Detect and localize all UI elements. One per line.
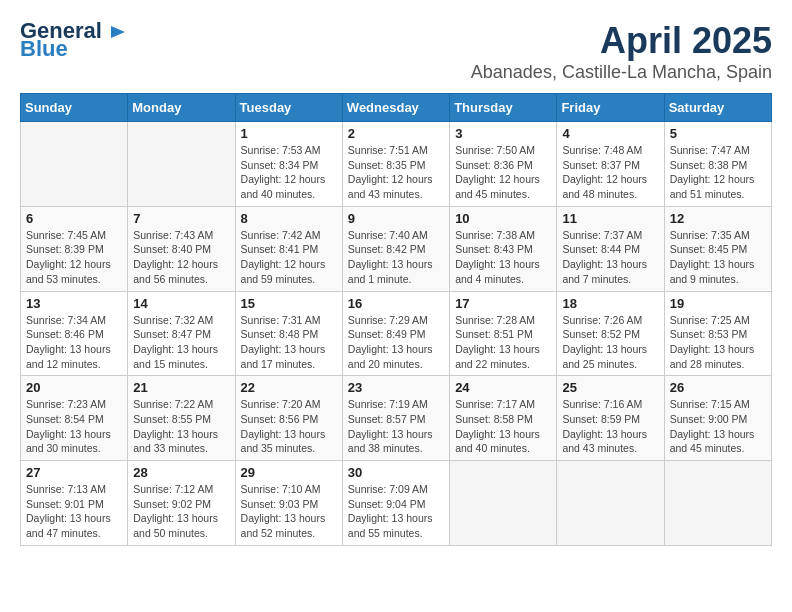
day-info: Sunrise: 7:43 AM Sunset: 8:40 PM Dayligh… [133, 228, 229, 287]
day-number: 30 [348, 465, 444, 480]
calendar-cell [557, 461, 664, 546]
calendar-week-4: 20Sunrise: 7:23 AM Sunset: 8:54 PM Dayli… [21, 376, 772, 461]
calendar-cell: 24Sunrise: 7:17 AM Sunset: 8:58 PM Dayli… [450, 376, 557, 461]
day-info: Sunrise: 7:37 AM Sunset: 8:44 PM Dayligh… [562, 228, 658, 287]
day-info: Sunrise: 7:38 AM Sunset: 8:43 PM Dayligh… [455, 228, 551, 287]
calendar-cell: 18Sunrise: 7:26 AM Sunset: 8:52 PM Dayli… [557, 291, 664, 376]
calendar-cell: 7Sunrise: 7:43 AM Sunset: 8:40 PM Daylig… [128, 206, 235, 291]
day-number: 25 [562, 380, 658, 395]
calendar-cell: 26Sunrise: 7:15 AM Sunset: 9:00 PM Dayli… [664, 376, 771, 461]
day-number: 21 [133, 380, 229, 395]
page-subtitle: Abanades, Castille-La Mancha, Spain [471, 62, 772, 83]
day-info: Sunrise: 7:35 AM Sunset: 8:45 PM Dayligh… [670, 228, 766, 287]
calendar-cell: 19Sunrise: 7:25 AM Sunset: 8:53 PM Dayli… [664, 291, 771, 376]
day-number: 14 [133, 296, 229, 311]
calendar-cell: 30Sunrise: 7:09 AM Sunset: 9:04 PM Dayli… [342, 461, 449, 546]
day-number: 18 [562, 296, 658, 311]
day-number: 13 [26, 296, 122, 311]
day-number: 19 [670, 296, 766, 311]
day-info: Sunrise: 7:40 AM Sunset: 8:42 PM Dayligh… [348, 228, 444, 287]
day-number: 11 [562, 211, 658, 226]
day-number: 9 [348, 211, 444, 226]
day-info: Sunrise: 7:42 AM Sunset: 8:41 PM Dayligh… [241, 228, 337, 287]
day-info: Sunrise: 7:34 AM Sunset: 8:46 PM Dayligh… [26, 313, 122, 372]
calendar-cell: 9Sunrise: 7:40 AM Sunset: 8:42 PM Daylig… [342, 206, 449, 291]
page-title: April 2025 [471, 20, 772, 62]
calendar-cell: 15Sunrise: 7:31 AM Sunset: 8:48 PM Dayli… [235, 291, 342, 376]
calendar-cell: 8Sunrise: 7:42 AM Sunset: 8:41 PM Daylig… [235, 206, 342, 291]
calendar-week-3: 13Sunrise: 7:34 AM Sunset: 8:46 PM Dayli… [21, 291, 772, 376]
page-header: General Blue April 2025 Abanades, Castil… [20, 20, 772, 83]
day-info: Sunrise: 7:31 AM Sunset: 8:48 PM Dayligh… [241, 313, 337, 372]
day-info: Sunrise: 7:12 AM Sunset: 9:02 PM Dayligh… [133, 482, 229, 541]
calendar-cell: 21Sunrise: 7:22 AM Sunset: 8:55 PM Dayli… [128, 376, 235, 461]
day-number: 8 [241, 211, 337, 226]
day-info: Sunrise: 7:13 AM Sunset: 9:01 PM Dayligh… [26, 482, 122, 541]
day-number: 20 [26, 380, 122, 395]
weekday-header-saturday: Saturday [664, 94, 771, 122]
calendar-cell: 10Sunrise: 7:38 AM Sunset: 8:43 PM Dayli… [450, 206, 557, 291]
day-info: Sunrise: 7:17 AM Sunset: 8:58 PM Dayligh… [455, 397, 551, 456]
calendar-cell: 17Sunrise: 7:28 AM Sunset: 8:51 PM Dayli… [450, 291, 557, 376]
day-number: 28 [133, 465, 229, 480]
calendar-cell: 4Sunrise: 7:48 AM Sunset: 8:37 PM Daylig… [557, 122, 664, 207]
day-number: 1 [241, 126, 337, 141]
day-number: 6 [26, 211, 122, 226]
day-number: 24 [455, 380, 551, 395]
calendar-cell: 11Sunrise: 7:37 AM Sunset: 8:44 PM Dayli… [557, 206, 664, 291]
weekday-header-row: SundayMondayTuesdayWednesdayThursdayFrid… [21, 94, 772, 122]
day-info: Sunrise: 7:28 AM Sunset: 8:51 PM Dayligh… [455, 313, 551, 372]
day-info: Sunrise: 7:32 AM Sunset: 8:47 PM Dayligh… [133, 313, 229, 372]
day-number: 23 [348, 380, 444, 395]
day-number: 26 [670, 380, 766, 395]
day-number: 12 [670, 211, 766, 226]
calendar-week-5: 27Sunrise: 7:13 AM Sunset: 9:01 PM Dayli… [21, 461, 772, 546]
calendar-cell: 16Sunrise: 7:29 AM Sunset: 8:49 PM Dayli… [342, 291, 449, 376]
day-number: 3 [455, 126, 551, 141]
day-number: 7 [133, 211, 229, 226]
calendar-cell: 1Sunrise: 7:53 AM Sunset: 8:34 PM Daylig… [235, 122, 342, 207]
day-number: 27 [26, 465, 122, 480]
calendar-cell: 27Sunrise: 7:13 AM Sunset: 9:01 PM Dayli… [21, 461, 128, 546]
title-block: April 2025 Abanades, Castille-La Mancha,… [471, 20, 772, 83]
weekday-header-tuesday: Tuesday [235, 94, 342, 122]
calendar-cell [21, 122, 128, 207]
day-info: Sunrise: 7:48 AM Sunset: 8:37 PM Dayligh… [562, 143, 658, 202]
day-info: Sunrise: 7:09 AM Sunset: 9:04 PM Dayligh… [348, 482, 444, 541]
weekday-header-monday: Monday [128, 94, 235, 122]
calendar-cell: 5Sunrise: 7:47 AM Sunset: 8:38 PM Daylig… [664, 122, 771, 207]
day-info: Sunrise: 7:22 AM Sunset: 8:55 PM Dayligh… [133, 397, 229, 456]
day-info: Sunrise: 7:29 AM Sunset: 8:49 PM Dayligh… [348, 313, 444, 372]
calendar-cell: 14Sunrise: 7:32 AM Sunset: 8:47 PM Dayli… [128, 291, 235, 376]
calendar-cell: 20Sunrise: 7:23 AM Sunset: 8:54 PM Dayli… [21, 376, 128, 461]
day-info: Sunrise: 7:51 AM Sunset: 8:35 PM Dayligh… [348, 143, 444, 202]
calendar-cell: 13Sunrise: 7:34 AM Sunset: 8:46 PM Dayli… [21, 291, 128, 376]
calendar-cell: 29Sunrise: 7:10 AM Sunset: 9:03 PM Dayli… [235, 461, 342, 546]
calendar-week-2: 6Sunrise: 7:45 AM Sunset: 8:39 PM Daylig… [21, 206, 772, 291]
logo-blue-text: Blue [20, 38, 68, 60]
day-info: Sunrise: 7:53 AM Sunset: 8:34 PM Dayligh… [241, 143, 337, 202]
weekday-header-friday: Friday [557, 94, 664, 122]
day-number: 16 [348, 296, 444, 311]
calendar-cell: 25Sunrise: 7:16 AM Sunset: 8:59 PM Dayli… [557, 376, 664, 461]
day-info: Sunrise: 7:23 AM Sunset: 8:54 PM Dayligh… [26, 397, 122, 456]
calendar-cell: 22Sunrise: 7:20 AM Sunset: 8:56 PM Dayli… [235, 376, 342, 461]
day-info: Sunrise: 7:25 AM Sunset: 8:53 PM Dayligh… [670, 313, 766, 372]
day-info: Sunrise: 7:10 AM Sunset: 9:03 PM Dayligh… [241, 482, 337, 541]
day-info: Sunrise: 7:26 AM Sunset: 8:52 PM Dayligh… [562, 313, 658, 372]
day-info: Sunrise: 7:16 AM Sunset: 8:59 PM Dayligh… [562, 397, 658, 456]
day-info: Sunrise: 7:47 AM Sunset: 8:38 PM Dayligh… [670, 143, 766, 202]
logo: General Blue [20, 20, 127, 60]
day-number: 15 [241, 296, 337, 311]
weekday-header-thursday: Thursday [450, 94, 557, 122]
calendar-cell: 2Sunrise: 7:51 AM Sunset: 8:35 PM Daylig… [342, 122, 449, 207]
calendar-cell: 3Sunrise: 7:50 AM Sunset: 8:36 PM Daylig… [450, 122, 557, 207]
calendar-cell: 6Sunrise: 7:45 AM Sunset: 8:39 PM Daylig… [21, 206, 128, 291]
calendar-cell [128, 122, 235, 207]
calendar-cell: 28Sunrise: 7:12 AM Sunset: 9:02 PM Dayli… [128, 461, 235, 546]
calendar-cell [450, 461, 557, 546]
day-info: Sunrise: 7:19 AM Sunset: 8:57 PM Dayligh… [348, 397, 444, 456]
day-info: Sunrise: 7:50 AM Sunset: 8:36 PM Dayligh… [455, 143, 551, 202]
day-number: 29 [241, 465, 337, 480]
day-info: Sunrise: 7:20 AM Sunset: 8:56 PM Dayligh… [241, 397, 337, 456]
